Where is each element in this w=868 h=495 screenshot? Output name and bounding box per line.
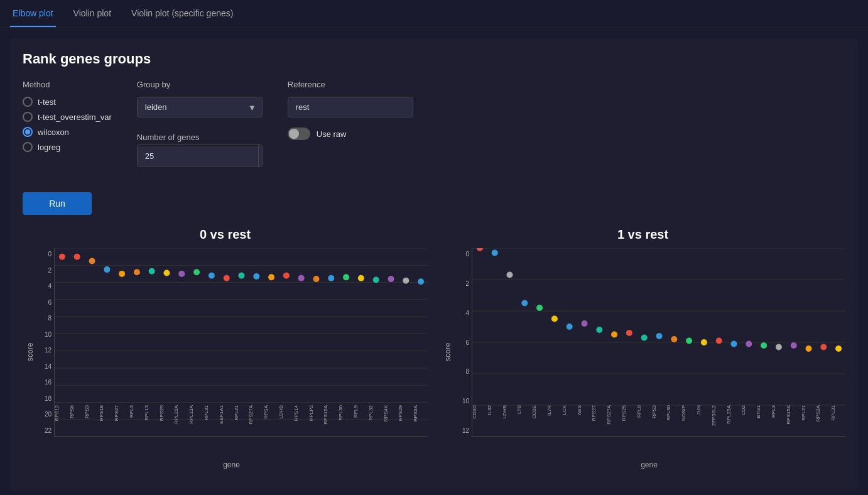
svg-point-53: [611, 332, 617, 338]
num-genes-label: Number of genes: [137, 133, 263, 142]
reference-label: Reference: [288, 80, 413, 89]
x-gene-label: RPS29: [398, 405, 413, 422]
svg-point-28: [298, 275, 305, 281]
x-gene-label: RPL21: [801, 405, 816, 422]
svg-point-65: [791, 342, 797, 349]
x-gene-label: RPS15A: [323, 405, 338, 426]
use-raw-toggle[interactable]: [288, 128, 310, 140]
y-tick-8: 8: [35, 315, 54, 322]
x-gene-label: CD3D: [472, 405, 487, 420]
group-by-select[interactable]: leiden louvain cell_type: [137, 97, 263, 117]
x-gene-label: LDHB: [278, 405, 293, 420]
y-tick-10: 10: [35, 331, 54, 338]
svg-point-52: [596, 327, 602, 333]
svg-point-35: [403, 278, 409, 284]
svg-point-34: [388, 276, 394, 282]
method-group: Method t-test t-test_overestim_var wilco…: [23, 80, 112, 152]
svg-point-45: [492, 250, 498, 256]
svg-point-20: [178, 271, 185, 277]
top-navigation: Elbow plot Violin plot Violin plot (spec…: [0, 0, 868, 28]
x-gene-label: RPS14: [293, 405, 308, 422]
chart2-y-label: score: [440, 248, 453, 455]
x-gene-label: CD2: [741, 405, 756, 416]
svg-point-13: [74, 254, 80, 260]
radio-wilcoxon[interactable]: wilcoxon: [23, 127, 112, 137]
x-gene-label: JUN: [696, 405, 711, 416]
radio-t-test[interactable]: t-test: [23, 97, 112, 107]
tab-violin-plot[interactable]: Violin plot: [71, 1, 114, 27]
x-gene-label: RPL13A: [188, 405, 203, 425]
y-tick-22: 22: [35, 427, 54, 434]
svg-point-60: [716, 338, 722, 344]
svg-point-59: [701, 339, 707, 345]
method-label: Method: [23, 80, 112, 89]
svg-point-25: [253, 273, 259, 280]
y-tick-14: 14: [35, 363, 54, 370]
chart1-with-axes: 22 20 18 16 14 12 10 8 6 4 2 0: [35, 248, 428, 455]
svg-point-21: [193, 269, 200, 275]
tab-elbow-plot[interactable]: Elbow plot: [10, 1, 56, 27]
radio-circle-logreg: [23, 142, 33, 152]
svg-point-68: [835, 345, 842, 352]
svg-point-31: [343, 274, 349, 280]
x-gene-label: RPL9: [636, 405, 651, 419]
chart1-y-label: score: [23, 248, 35, 455]
x-gene-label: RPS15A: [786, 405, 801, 426]
chart1-y-ticks: 22 20 18 16 14 12 10 8 6 4 2 0: [35, 248, 54, 437]
x-gene-label: RPSA: [263, 405, 278, 420]
svg-point-61: [731, 341, 737, 347]
tab-violin-specific[interactable]: Violin plot (specific genes): [129, 1, 236, 27]
svg-point-66: [806, 345, 812, 352]
svg-point-29: [313, 276, 320, 282]
radio-circle-t-test-overestim: [23, 112, 33, 122]
x-gene-label: LCK: [561, 405, 577, 416]
x-gene-label: LDHB: [502, 405, 517, 420]
y2-tick-4: 4: [453, 310, 472, 317]
y2-tick-0: 0: [453, 251, 472, 258]
run-button[interactable]: Run: [23, 192, 92, 215]
svg-point-30: [328, 275, 334, 281]
x-gene-label: CD3E: [531, 405, 546, 420]
x-gene-label: RPL31: [203, 405, 219, 422]
svg-point-17: [134, 269, 140, 275]
svg-point-54: [626, 330, 632, 336]
x-gene-label: RPLP2: [308, 405, 323, 422]
x-gene-label: ZFP36L2: [711, 405, 726, 427]
num-genes-minus-btn[interactable]: −: [258, 145, 263, 166]
use-raw-group: Use raw: [288, 128, 413, 140]
x-gene-label: RPL21: [234, 405, 249, 422]
radio-label-t-test: t-test: [38, 97, 56, 107]
x-gene-label: RPL9: [353, 405, 368, 419]
radio-label-wilcoxon: wilcoxon: [38, 128, 69, 137]
svg-point-47: [521, 300, 528, 307]
radio-circle-wilcoxon: [23, 127, 33, 137]
reference-input[interactable]: [288, 97, 413, 117]
x-gene-label: IL7R: [546, 405, 561, 417]
x-gene-label: RPS4X: [383, 405, 398, 423]
svg-point-64: [776, 344, 782, 351]
chart2-with-axes: 12 10 8 6 4 2 0 CD3DIL32LDHBLTBCD3EIL7RL…: [453, 248, 845, 455]
controls-row: Method t-test t-test_overestim_var wilco…: [23, 80, 845, 167]
x-gene-label: RPS27: [114, 405, 129, 422]
num-genes-input[interactable]: [138, 146, 258, 166]
svg-point-18: [149, 268, 155, 275]
group-num-group: Group by leiden louvain cell_type ▼ Numb…: [137, 80, 263, 167]
radio-logreg[interactable]: logreg: [23, 142, 112, 152]
svg-point-16: [119, 271, 125, 277]
y2-tick-8: 8: [453, 368, 472, 375]
radio-t-test-overestim[interactable]: t-test_overestim_var: [23, 112, 112, 122]
x-gene-label: RPL3: [129, 405, 144, 419]
x-gene-label: RPL31: [830, 405, 845, 422]
x-gene-label: RPL3: [771, 405, 786, 419]
x-gene-label: RPS3: [651, 405, 666, 420]
svg-point-55: [641, 335, 648, 341]
svg-point-56: [656, 333, 663, 339]
x-gene-label: RPS25: [621, 405, 636, 422]
use-raw-label: Use raw: [317, 129, 347, 139]
svg-point-63: [761, 342, 767, 349]
chart1-x-labels: RPS12RPS6RPS3RPS18RPS27RPL3RPL13RPS25RPL…: [54, 405, 428, 455]
charts-row: 0 vs rest score 22 20 18 16 14 12 10 8 6…: [23, 227, 845, 455]
main-content: Rank genes groups Method t-test t-test_o…: [10, 38, 858, 491]
svg-point-62: [746, 341, 752, 347]
svg-point-15: [104, 266, 110, 273]
